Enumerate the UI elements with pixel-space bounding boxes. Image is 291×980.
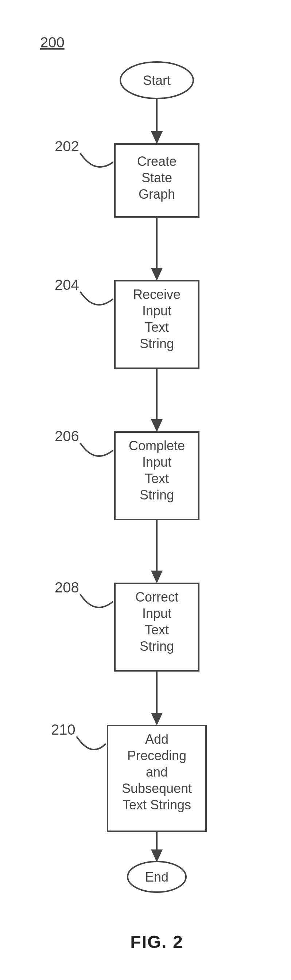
node-210-line4: Subsequent [122,781,192,796]
arrowhead-208-210 [151,713,163,725]
diagram-title: 200 [40,34,65,50]
arrowhead-start-202 [151,131,163,144]
callout-206 [80,443,113,456]
callout-202 [80,153,113,167]
node-208-line1: Correct [135,590,178,605]
node-210-line2: Preceding [127,748,186,763]
callout-204 [80,292,113,305]
arrowhead-206-208 [151,571,163,583]
arrowhead-202-204 [151,268,163,281]
node-206-line2: Input [142,455,172,469]
node-210-line3: and [146,765,168,780]
node-206-line1: Complete [129,438,185,453]
node-204-line2: Input [142,303,172,318]
node-204-line3: Text [145,320,169,335]
ref-206: 206 [55,428,79,444]
end-label: End [145,870,169,885]
node-206-line4: String [140,487,174,503]
node-204-line1: Receive [133,287,181,302]
callout-210 [76,737,106,749]
arrowhead-204-206 [151,419,163,432]
node-210-line5: Text Strings [122,797,191,812]
node-210-line1: Add [145,732,169,747]
node-202-line1: Create [137,154,177,169]
node-208-line3: Text [145,622,169,637]
ref-208: 208 [55,579,79,595]
start-label: Start [143,73,171,88]
node-208-line4: String [140,639,174,654]
node-204-line4: String [140,336,174,351]
figure-label: FIG. 2 [130,932,183,951]
node-202-line2: State [142,170,172,185]
ref-204: 204 [55,277,79,293]
node-208-line2: Input [142,606,172,621]
arrowhead-210-end [151,850,163,862]
ref-210: 210 [51,722,75,738]
ref-202: 202 [55,138,79,154]
node-206-line3: Text [145,471,169,486]
callout-208 [80,594,113,608]
node-202-line3: Graph [138,187,175,202]
